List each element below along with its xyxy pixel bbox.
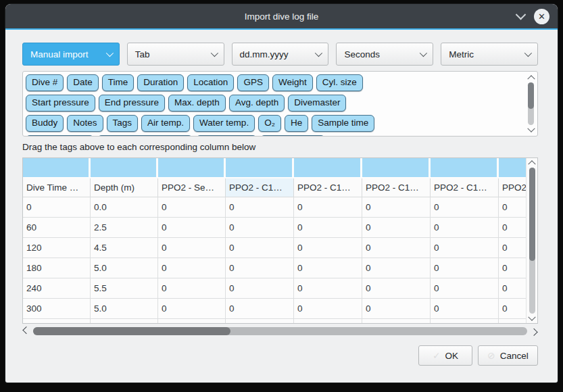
table-cell: 0 (362, 218, 431, 238)
table-cell: 0 (294, 238, 362, 258)
column-drop-target[interactable] (158, 158, 226, 178)
tag[interactable]: He (285, 115, 308, 132)
column-header: Depth (m) (91, 178, 158, 197)
table-cell: 0 (499, 197, 527, 218)
tag[interactable]: Divemaster (288, 95, 346, 112)
tag[interactable]: Sample temperature (97, 135, 192, 137)
table-scrollbar[interactable] (526, 158, 537, 323)
tag[interactable]: Date (67, 74, 99, 91)
cancel-button[interactable]: ⊘ Cancel (478, 345, 538, 366)
date-format-select[interactable]: dd.mm.yyyy (232, 43, 329, 66)
table-cell: 0 (226, 218, 294, 238)
column-drop-target[interactable] (91, 158, 158, 178)
table-cell (226, 319, 294, 324)
scrollbar-track[interactable] (529, 168, 535, 314)
tag[interactable]: Avg. depth (229, 95, 285, 112)
close-icon: ✕ (538, 12, 545, 21)
chevron-down-icon (524, 49, 532, 57)
scroll-left-icon[interactable] (22, 326, 30, 337)
table-cell: 0 (431, 197, 499, 218)
table-cell: 0 (431, 278, 499, 299)
scrollbar-thumb[interactable] (528, 82, 534, 109)
table-row: 1204.5000000 (23, 238, 527, 258)
tag[interactable]: Sample pO₂ (196, 135, 258, 137)
column-drop-target[interactable] (23, 158, 91, 178)
scrollbar-track[interactable] (33, 327, 527, 335)
scroll-up-icon[interactable] (529, 73, 534, 81)
tag[interactable]: End pressure (99, 95, 165, 112)
table-row: 00.0000000 (23, 197, 527, 218)
titlebar[interactable]: Import dive log file ✕ (5, 4, 558, 30)
tag[interactable]: Notes (67, 115, 103, 132)
duration-format-select[interactable]: Seconds (336, 43, 433, 66)
table-cell (23, 319, 91, 324)
tag[interactable]: Buddy (26, 115, 64, 132)
scroll-down-icon[interactable] (529, 315, 535, 323)
table-cell (362, 319, 431, 324)
column-drop-target[interactable] (294, 158, 362, 178)
tag[interactable]: Dive # (26, 74, 64, 91)
column-header: PPO2 (499, 178, 527, 197)
table-cell: 60 (23, 218, 91, 238)
column-drop-target[interactable] (362, 158, 431, 178)
tag[interactable]: Cyl. size (316, 74, 363, 91)
table-cell: 0 (158, 258, 226, 278)
tag[interactable]: Weight (272, 74, 313, 91)
table-row: 602.5000000 (23, 218, 527, 238)
tag[interactable]: Sample depth (26, 135, 94, 137)
tag[interactable]: Water temp. (193, 115, 255, 132)
tag-row: Start pressureEnd pressureMax. depthAvg.… (26, 95, 522, 112)
tag[interactable]: Air temp. (141, 115, 190, 132)
table-row (23, 319, 527, 324)
ok-button[interactable]: ✓ OK (418, 345, 472, 366)
table-cell: 0 (294, 278, 362, 299)
scroll-down-icon[interactable] (529, 126, 534, 134)
column-drop-target[interactable] (431, 158, 499, 178)
tag[interactable]: Duration (137, 74, 184, 91)
tag[interactable]: Max. depth (168, 95, 226, 112)
import-type-select[interactable]: Manual import (22, 43, 120, 66)
scroll-right-icon[interactable] (530, 326, 538, 337)
scrollbar-thumb[interactable] (33, 327, 230, 335)
tag[interactable]: GPS (237, 74, 269, 91)
field-separator-select[interactable]: Tab (127, 43, 224, 66)
table-cell: 300 (23, 299, 91, 319)
tag[interactable]: Sample time (312, 115, 374, 132)
units-select[interactable]: Metric (441, 43, 538, 66)
selected-value: Metric (449, 49, 474, 59)
tag[interactable]: Tags (107, 115, 139, 132)
close-button[interactable]: ✕ (534, 9, 549, 24)
column-drop-target[interactable] (226, 158, 294, 178)
table-cell: 0 (158, 238, 226, 258)
window-title: Import dive log file (5, 11, 558, 22)
scrollbar-thumb[interactable] (529, 168, 535, 261)
table-cell (431, 319, 499, 324)
tag[interactable]: Location (187, 74, 234, 91)
table-cell: 0 (226, 299, 294, 319)
table-cell: 0 (294, 218, 362, 238)
column-drop-target[interactable] (499, 158, 527, 178)
table-cell: 0 (158, 218, 226, 238)
column-header: PPO2 - C1… (294, 178, 362, 197)
table-cell: 0.0 (91, 197, 158, 218)
tag[interactable]: Start pressure (26, 95, 95, 112)
tag[interactable]: O₂ (258, 115, 281, 132)
selected-value: Manual import (30, 49, 89, 59)
tag-row: Dive #DateTimeDurationLocationGPSWeightC… (26, 74, 522, 91)
table-cell: 0 (226, 278, 294, 299)
table-cell: 0 (362, 238, 431, 258)
chevron-down-icon (106, 49, 114, 57)
shade-button[interactable] (517, 13, 524, 20)
table-horizontal-scrollbar[interactable] (22, 326, 538, 337)
column-header: PPO2 - C1… (431, 178, 499, 197)
table-row: 2405.5000000 (23, 278, 527, 299)
import-preview-table: Dive Time …Depth (m)PPO2 - Se…PPO2 - C1…… (22, 157, 538, 324)
table-cell: 0 (362, 299, 431, 319)
scrollbar-track[interactable] (528, 82, 534, 125)
table-cell: 0 (226, 197, 294, 218)
table-cell: 0 (499, 299, 527, 319)
tag-pool-scrollbar[interactable] (526, 73, 536, 134)
scroll-up-icon[interactable] (529, 158, 535, 166)
tag[interactable]: Time (102, 74, 134, 91)
tag[interactable]: Sample CNS (260, 135, 325, 137)
